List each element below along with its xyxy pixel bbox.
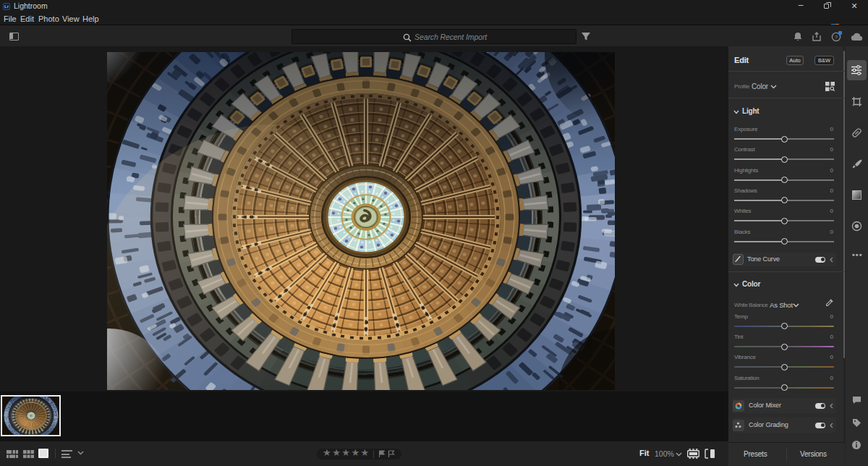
svg-text:?: ? (835, 34, 838, 41)
